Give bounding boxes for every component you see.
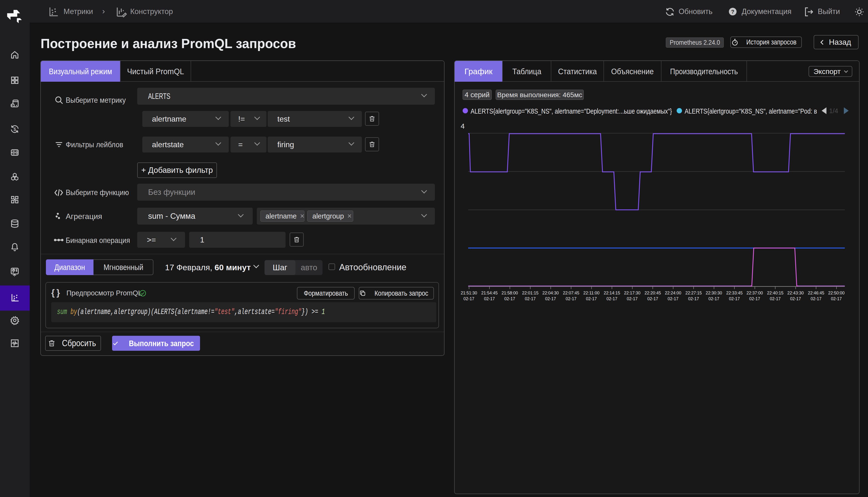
svg-text:02-17: 02-17 bbox=[464, 296, 474, 301]
svg-text:02-17: 02-17 bbox=[525, 296, 536, 301]
svg-text:02-17: 02-17 bbox=[770, 296, 781, 301]
svg-text:02-17: 02-17 bbox=[729, 296, 740, 301]
svg-text:21:58:00: 21:58:00 bbox=[501, 290, 518, 295]
svg-text:22:14:15: 22:14:15 bbox=[604, 290, 620, 295]
svg-text:22:43:30: 22:43:30 bbox=[787, 290, 804, 295]
svg-text:22:50:00: 22:50:00 bbox=[828, 290, 844, 295]
svg-text:02-17: 02-17 bbox=[749, 296, 760, 301]
svg-text:4: 4 bbox=[461, 122, 465, 130]
svg-text:22:37:00: 22:37:00 bbox=[747, 290, 763, 295]
svg-text:22:40:15: 22:40:15 bbox=[767, 290, 783, 295]
svg-text:22:04:30: 22:04:30 bbox=[542, 290, 559, 295]
svg-text:22:20:45: 22:20:45 bbox=[645, 290, 661, 295]
svg-text:02-17: 02-17 bbox=[709, 296, 719, 301]
svg-text:22:11:00: 22:11:00 bbox=[584, 290, 600, 295]
svg-text:02-17: 02-17 bbox=[647, 296, 658, 301]
svg-text:02-17: 02-17 bbox=[627, 296, 638, 301]
svg-text:22:17:30: 22:17:30 bbox=[624, 290, 641, 295]
svg-text:22:27:15: 22:27:15 bbox=[686, 290, 702, 295]
svg-text:02-17: 02-17 bbox=[586, 296, 597, 301]
svg-text:22:30:30: 22:30:30 bbox=[706, 290, 722, 295]
svg-text:?: ? bbox=[731, 9, 734, 15]
svg-text:02-17: 02-17 bbox=[811, 296, 822, 301]
svg-text:02-17: 02-17 bbox=[688, 296, 699, 301]
svg-text:02-17: 02-17 bbox=[668, 296, 679, 301]
svg-text:02-17: 02-17 bbox=[607, 296, 617, 301]
svg-text:02-17: 02-17 bbox=[504, 296, 515, 301]
svg-text:22:24:00: 22:24:00 bbox=[665, 290, 681, 295]
svg-text:22:07:45: 22:07:45 bbox=[563, 290, 579, 295]
svg-text:$: $ bbox=[14, 127, 16, 132]
svg-text:22:46:45: 22:46:45 bbox=[808, 290, 824, 295]
svg-text:21:51:30: 21:51:30 bbox=[461, 290, 477, 295]
svg-text:22:33:45: 22:33:45 bbox=[726, 290, 742, 295]
svg-text:02-17: 02-17 bbox=[831, 296, 842, 301]
svg-text:21:54:45: 21:54:45 bbox=[481, 290, 498, 295]
svg-text:02-17: 02-17 bbox=[545, 296, 556, 301]
svg-text:02-17: 02-17 bbox=[484, 296, 495, 301]
svg-text:22:01:15: 22:01:15 bbox=[522, 290, 539, 295]
svg-text:02-17: 02-17 bbox=[566, 296, 577, 301]
svg-text:02-17: 02-17 bbox=[790, 296, 801, 301]
